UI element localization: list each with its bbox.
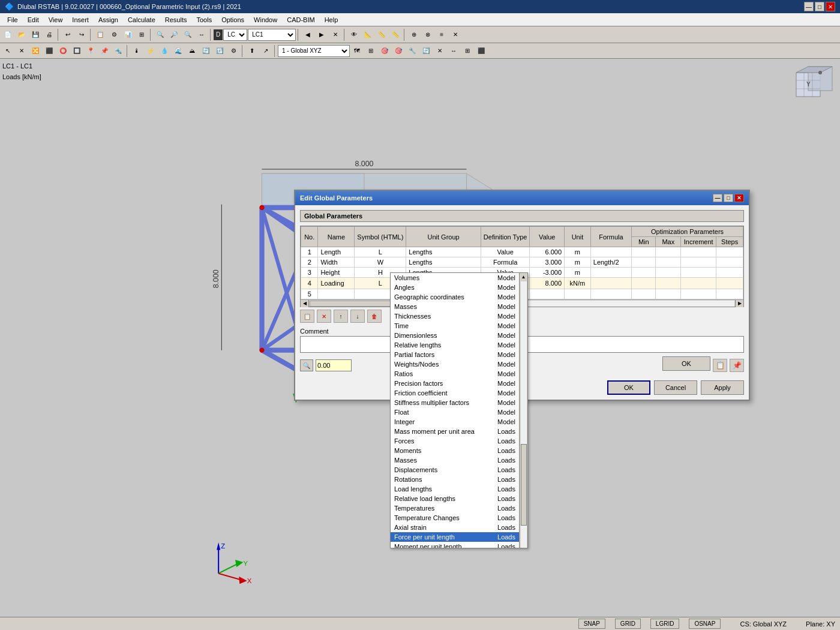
dropdown-item-dimensionless[interactable]: DimensionlessModel (391, 331, 519, 340)
menu-results[interactable]: Results (160, 13, 192, 26)
grid-status[interactable]: GRID (615, 619, 641, 629)
dropdown-item-friction[interactable]: Friction coefficientModel (391, 388, 519, 398)
dropdown-item-time[interactable]: TimeModel (391, 321, 519, 331)
coord-btn[interactable]: 🗺 (350, 44, 364, 58)
tb-btn-16[interactable]: ✕ (449, 28, 462, 41)
tb-btn-5[interactable]: 🔍 (154, 28, 167, 41)
tb-btn-8[interactable]: ↔ (195, 28, 208, 41)
tb2-btn-21[interactable]: 🎯 (378, 44, 391, 58)
dropdown-item-geographic[interactable]: Geographic coordinatesModel (391, 292, 519, 302)
print-button[interactable]: 🖨 (43, 28, 56, 41)
dropdown-item-float[interactable]: FloatModel (391, 407, 519, 417)
dropdown-item-displacements[interactable]: DisplacementsLoads (391, 465, 519, 475)
cancel-button[interactable]: Cancel (654, 380, 697, 395)
dropdown-item-rel-load-lengths[interactable]: Relative load lengthsLoads (391, 494, 519, 503)
tb-btn-15[interactable]: ≡ (435, 28, 448, 41)
dropdown-item-volumes[interactable]: VolumesModel (391, 273, 519, 283)
nav-prev[interactable]: ◀ (301, 28, 314, 41)
tb2-btn-5[interactable]: ⭕ (56, 44, 70, 58)
dropdown-item-force-per-unit-length[interactable]: Force per unit lengthLoads (391, 532, 519, 542)
copy-icon-btn[interactable]: 📋 (713, 359, 727, 372)
tb-btn-x[interactable]: ✕ (329, 28, 342, 41)
tb2-btn-11[interactable]: ⚡ (144, 44, 157, 58)
dropdown-item-thicknesses[interactable]: ThicknessesModel (391, 311, 519, 321)
dropdown-item-angles[interactable]: AnglesModel (391, 283, 519, 292)
menu-calculate[interactable]: Calculate (123, 13, 160, 26)
save-button[interactable]: 💾 (29, 28, 42, 41)
tb2-btn-12[interactable]: 💧 (158, 44, 171, 58)
dropdown-item-rotations[interactable]: RotationsLoads (391, 475, 519, 484)
tb-btn-1[interactable]: 📋 (94, 28, 107, 41)
move-up-button[interactable]: ↑ (334, 310, 348, 323)
dropdown-item-moments[interactable]: MomentsLoads (391, 446, 519, 455)
tb-btn-12[interactable]: 📏 (389, 28, 402, 41)
tb-btn-2[interactable]: ⚙ (107, 28, 121, 41)
scroll-right-btn[interactable]: ▶ (735, 300, 743, 307)
redo-button[interactable]: ↪ (75, 28, 88, 41)
delete-all-button[interactable]: 🗑 (367, 310, 382, 323)
tb2-btn-16[interactable]: 🔃 (213, 44, 226, 58)
add-row-button[interactable]: 📋 (300, 310, 314, 323)
dropdown-item-ratios[interactable]: RatiosModel (391, 369, 519, 379)
tb2-btn-28[interactable]: ⬛ (475, 44, 488, 58)
table-row[interactable]: 1 Length L Lengths Value 6.000 m (301, 247, 743, 257)
scroll-left-btn[interactable]: ◀ (301, 300, 309, 307)
dropdown-scrollbar[interactable]: ▲ ▼ (519, 273, 527, 548)
nav-next[interactable]: ▶ (315, 28, 328, 41)
menu-cadbim[interactable]: CAD-BIM (282, 13, 319, 26)
tb2-btn-1[interactable]: ↖ (1, 44, 14, 58)
tb2-btn-18[interactable]: ⬆ (245, 44, 259, 58)
tb-btn-11[interactable]: 📏 (375, 28, 388, 41)
tb2-btn-4[interactable]: ⬛ (43, 44, 56, 58)
tb-btn-13[interactable]: ⊕ (407, 28, 421, 41)
dropdown-scroll-thumb[interactable] (521, 444, 527, 526)
coord-sys-combo[interactable]: 1 - Global XYZ (278, 45, 350, 57)
tb2-btn-6[interactable]: 🔲 (70, 44, 83, 58)
lgrid-status[interactable]: LGRID (650, 619, 680, 629)
dropdown-item-integer[interactable]: IntegerModel (391, 417, 519, 427)
osnap-status[interactable]: OSNAP (689, 619, 721, 629)
tb2-btn-19[interactable]: ↗ (259, 44, 272, 58)
menu-file[interactable]: File (2, 13, 23, 26)
ok-button[interactable]: OK (607, 380, 650, 395)
tb2-btn-9[interactable]: 🔩 (112, 44, 125, 58)
tb-btn-4[interactable]: ⊞ (135, 28, 148, 41)
tb2-btn-23[interactable]: 🔧 (406, 44, 419, 58)
lc-combo-2[interactable]: LC1 (248, 29, 296, 41)
tb2-btn-24[interactable]: 🔄 (419, 44, 433, 58)
menu-assign[interactable]: Assign (94, 13, 123, 26)
menu-options[interactable]: Options (217, 13, 249, 26)
undo-button[interactable]: ↩ (61, 28, 74, 41)
dropdown-item-forces[interactable]: ForcesLoads (391, 436, 519, 446)
apply-button[interactable]: Apply (701, 380, 744, 395)
formula-search-button[interactable]: 🔍 (300, 359, 313, 371)
menu-edit[interactable]: Edit (23, 13, 44, 26)
lc-combo-1[interactable]: LC1 (223, 29, 247, 41)
menu-window[interactable]: Window (249, 13, 282, 26)
close-button[interactable]: ✕ (826, 2, 835, 11)
dropdown-item-stiffness[interactable]: Stiffness multiplier factorsModel (391, 398, 519, 407)
dropdown-item-partial-factors[interactable]: Partial factorsModel (391, 350, 519, 359)
tb2-btn-26[interactable]: ↔ (447, 44, 460, 58)
tb2-btn-2[interactable]: ✕ (15, 44, 28, 58)
tb2-btn-27[interactable]: ⊞ (461, 44, 474, 58)
dropdown-item-relative-lengths[interactable]: Relative lengthsModel (391, 340, 519, 350)
tb2-btn-14[interactable]: ⛰ (185, 44, 199, 58)
tb2-btn-22[interactable]: 🎯 (392, 44, 405, 58)
new-button[interactable]: 📄 (1, 28, 14, 41)
minimize-button[interactable]: — (804, 2, 814, 11)
dropdown-item-masses-model[interactable]: MassesModel (391, 302, 519, 311)
tb2-btn-13[interactable]: 🌊 (172, 44, 185, 58)
delete-row-button[interactable]: ✕ (317, 310, 331, 323)
tb-btn-3[interactable]: 📊 (121, 28, 134, 41)
dropdown-item-moment-per-unit-length[interactable]: Moment per unit lengthLoads (391, 542, 519, 548)
formula-input[interactable] (316, 359, 352, 371)
tb2-btn-15[interactable]: 🔄 (199, 44, 212, 58)
dropdown-item-weights-nodes[interactable]: Weights/NodesModel (391, 359, 519, 369)
menu-help[interactable]: Help (320, 13, 343, 26)
dropdown-item-precision[interactable]: Precision factorsModel (391, 379, 519, 388)
tb2-btn-8[interactable]: 📌 (98, 44, 111, 58)
menu-view[interactable]: View (44, 13, 68, 26)
tb2-btn-17[interactable]: ⚙ (227, 44, 240, 58)
dropdown-item-axial-strain[interactable]: Axial strainLoads (391, 523, 519, 532)
